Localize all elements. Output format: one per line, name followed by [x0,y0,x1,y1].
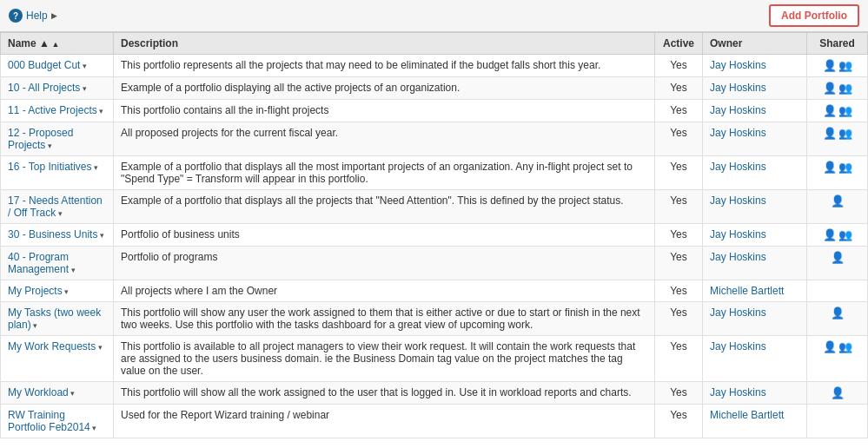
portfolio-name-link[interactable]: 10 - All Projects [8,82,80,94]
dropdown-arrow-icon[interactable]: ▾ [92,163,99,172]
portfolio-active: Yes [655,302,703,336]
dropdown-arrow-icon[interactable]: ▾ [63,287,70,296]
table-row: My Projects ▾All projects where I am the… [1,280,868,302]
top-bar: ? Help ▶ Add Portfolio [0,0,868,32]
portfolio-shared: 👤 [807,382,868,405]
dropdown-arrow-icon[interactable]: ▾ [96,343,103,352]
portfolio-owner-link[interactable]: Michelle Bartlett [710,409,784,421]
dropdown-arrow-icon[interactable]: ▾ [31,321,38,330]
table-row: 000 Budget Cut ▾This portfolio represent… [1,55,868,77]
shared-group-icon: 👥 [838,161,852,174]
portfolio-owner-link[interactable]: Jay Hoskins [710,59,766,71]
portfolio-shared: 👤👥 [807,77,868,100]
dropdown-arrow-icon[interactable]: ▾ [97,231,104,240]
portfolio-shared: 👤👥 [807,336,868,382]
shared-person-icon: 👤 [823,340,837,353]
shared-group-icon: 👥 [838,104,852,117]
shared-group-icon: 👥 [838,340,852,353]
portfolio-owner-link[interactable]: Jay Hoskins [710,251,766,263]
shared-person-icon: 👤 [823,228,837,241]
portfolio-description: Portfolio of business units [114,224,655,247]
column-header-active: Active [655,33,703,55]
portfolio-owner-link[interactable]: Jay Hoskins [710,386,766,399]
portfolio-shared [807,405,868,438]
portfolio-shared: 👤 [807,247,868,280]
portfolio-description: This portfolio is available to all proje… [114,336,655,382]
portfolio-active: Yes [655,100,703,122]
portfolio-shared: 👤👥 [807,156,868,190]
dropdown-arrow-icon[interactable]: ▾ [56,209,63,218]
table-row: 30 - Business Units ▾Portfolio of busine… [1,224,868,247]
dropdown-arrow-icon[interactable]: ▾ [97,107,104,115]
portfolio-shared: 👤👥 [807,122,868,156]
help-arrow: ▶ [51,11,57,20]
portfolio-owner-link[interactable]: Jay Hoskins [710,161,766,173]
column-header-shared: Shared [807,33,868,55]
portfolio-description: This portfolio will show any user the wo… [114,302,655,336]
dropdown-arrow-icon[interactable]: ▾ [90,424,97,432]
dropdown-arrow-icon[interactable]: ▾ [80,84,87,93]
portfolio-name-link[interactable]: My Projects [8,285,63,297]
portfolio-description: Portfolio of programs [114,247,655,280]
help-link[interactable]: ? Help ▶ [9,9,57,23]
dropdown-arrow-icon[interactable]: ▾ [69,266,76,274]
portfolio-owner-link[interactable]: Jay Hoskins [710,228,766,240]
portfolio-name-link[interactable]: 12 - Proposed Projects [8,127,73,151]
portfolio-owner-link[interactable]: Michelle Bartlett [710,285,784,297]
table-row: 11 - Active Projects ▾This portfolio con… [1,100,868,122]
table-row: My Tasks (two week plan) ▾This portfolio… [1,302,868,336]
dropdown-arrow-icon[interactable]: ▾ [45,142,52,150]
dropdown-arrow-icon[interactable]: ▾ [80,62,87,70]
portfolio-owner-link[interactable]: Jay Hoskins [710,194,766,207]
portfolio-name-link[interactable]: RW Training Portfolio Feb2014 [8,409,90,433]
table-row: 10 - All Projects ▾Example of a portfoli… [1,77,868,100]
portfolio-shared [807,280,868,302]
column-header-owner: Owner [703,33,807,55]
portfolio-shared: 👤👥 [807,55,868,77]
shared-person-icon: 👤 [823,59,837,72]
shared-group-icon: 👥 [838,59,852,72]
portfolio-shared: 👤👥 [807,224,868,247]
shared-group-icon: 👥 [838,127,852,140]
portfolio-active: Yes [655,156,703,190]
portfolio-active: Yes [655,247,703,280]
shared-group-icon: 👥 [838,228,852,241]
table-row: My Work Requests ▾This portfolio is avai… [1,336,868,382]
table-row: My Workload ▾This portfolio will show al… [1,382,868,405]
portfolio-name-link[interactable]: 30 - Business Units [8,228,97,240]
portfolio-owner-link[interactable]: Jay Hoskins [710,127,766,139]
portfolio-description: Example of a portfolio displaying all th… [114,77,655,100]
portfolio-owner-link[interactable]: Jay Hoskins [710,82,766,94]
shared-person-icon: 👤 [823,104,837,117]
portfolio-active: Yes [655,224,703,247]
portfolio-owner-link[interactable]: Jay Hoskins [710,340,766,352]
portfolio-name-link[interactable]: 16 - Top Initiatives [8,161,92,173]
column-header-name[interactable]: Name ▲ [1,33,114,55]
portfolio-name-link[interactable]: My Workload [8,386,69,399]
portfolio-owner-link[interactable]: Jay Hoskins [710,306,766,319]
portfolio-name-link[interactable]: My Tasks (two week plan) [8,306,101,331]
add-portfolio-button[interactable]: Add Portfolio [769,4,859,27]
main-content: Name ▲ Description Active Owner Shared 0… [0,32,868,438]
portfolio-description: Example of a portfolio that displays all… [114,156,655,190]
help-icon: ? [9,9,23,23]
dropdown-arrow-icon[interactable]: ▾ [69,389,76,398]
table-row: 17 - Needs Attention / Off Track ▾Exampl… [1,190,868,224]
portfolio-shared: 👤 [807,302,868,336]
portfolio-active: Yes [655,122,703,156]
portfolio-owner-link[interactable]: Jay Hoskins [710,104,766,116]
portfolio-name-link[interactable]: My Work Requests [8,340,96,352]
portfolio-name-link[interactable]: 40 - Program Management [8,251,69,275]
portfolio-shared: 👤 [807,190,868,224]
shared-person-icon: 👤 [823,127,837,140]
portfolio-description: This portfolio will show all the work as… [114,382,655,405]
portfolio-name-link[interactable]: 000 Budget Cut [8,59,80,71]
portfolio-name-link[interactable]: 11 - Active Projects [8,104,97,116]
shared-person-icon: 👤 [831,386,845,399]
shared-person-icon: 👤 [823,82,837,95]
table-row: 16 - Top Initiatives ▾Example of a portf… [1,156,868,190]
shared-person-icon: 👤 [831,306,845,320]
portfolio-active: Yes [655,405,703,438]
portfolio-description: All projects where I am the Owner [114,280,655,302]
portfolio-active: Yes [655,336,703,382]
